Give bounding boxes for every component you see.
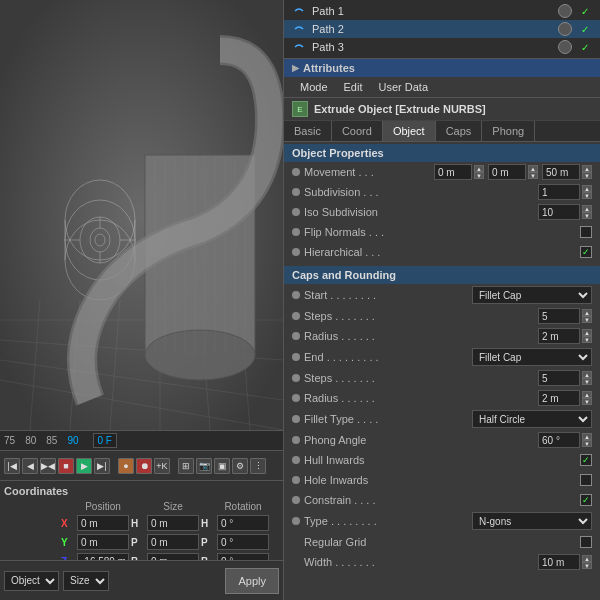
path-item-2[interactable]: Path 2 ✓ [284, 20, 600, 38]
iso-subdivision-spinner[interactable]: ▲▼ [582, 205, 592, 219]
play-fwd-btn[interactable]: ▶ [76, 458, 92, 474]
end-label: End . . . . . . . . . [304, 351, 472, 363]
hull-inwards-label: Hull Inwards [304, 454, 580, 466]
axis-x-label: X [61, 518, 75, 529]
movement-z-spinner[interactable]: ▲▼ [582, 165, 592, 179]
tab-caps[interactable]: Caps [436, 121, 483, 141]
frame-indicator: 0 F [93, 433, 117, 448]
play-back-btn[interactable]: ▶◀ [40, 458, 56, 474]
fillet-type-select[interactable]: Half Circle [472, 410, 592, 428]
icon-settings[interactable]: ⚙ [232, 458, 248, 474]
timeline[interactable]: 75 80 85 90 0 F [0, 430, 283, 450]
path-3-name: Path 3 [312, 41, 552, 53]
start-select[interactable]: Fillet Cap [472, 286, 592, 304]
radius1-input[interactable] [538, 328, 580, 344]
size-select[interactable]: Size [63, 571, 109, 591]
width-input[interactable] [538, 554, 580, 570]
path-2-check: ✓ [578, 22, 592, 36]
tab-phong[interactable]: Phong [482, 121, 535, 141]
menu-userdata[interactable]: User Data [371, 79, 437, 95]
attributes-title: Attributes [303, 62, 355, 74]
hierarchical-checkbox[interactable] [580, 246, 592, 258]
width-spinner[interactable]: ▲▼ [582, 555, 592, 569]
tab-object[interactable]: Object [383, 121, 436, 141]
record-btn[interactable]: ● [118, 458, 134, 474]
phong-angle-input[interactable] [538, 432, 580, 448]
steps1-spinner[interactable]: ▲▼ [582, 309, 592, 323]
next-frame-btn[interactable]: ▶| [94, 458, 110, 474]
position-x-input[interactable] [77, 515, 129, 531]
obj-props-title: Object Properties [292, 147, 384, 159]
rot-h-input[interactable] [217, 515, 269, 531]
icon-camera[interactable]: 📷 [196, 458, 212, 474]
steps2-input[interactable] [538, 370, 580, 386]
position-col-header: Position [77, 501, 129, 512]
object-select[interactable]: Object [4, 571, 59, 591]
path-1-vis[interactable] [558, 4, 572, 18]
iso-subdivision-input[interactable] [538, 204, 580, 220]
right-panel: Path 1 ✓ Path 2 ✓ Path 3 ✓ ▶ Attributes … [283, 0, 600, 600]
movement-y-spinner[interactable]: ▲▼ [528, 165, 538, 179]
movement-z-input[interactable] [542, 164, 580, 180]
steps2-spinner[interactable]: ▲▼ [582, 371, 592, 385]
type-select[interactable]: N-gons [472, 512, 592, 530]
radius2-spinner[interactable]: ▲▼ [582, 391, 592, 405]
position-y-input[interactable] [77, 534, 129, 550]
subdivision-spinner[interactable]: ▲▼ [582, 185, 592, 199]
menu-edit[interactable]: Edit [336, 79, 371, 95]
steps1-input[interactable] [538, 308, 580, 324]
type-dot [292, 517, 300, 525]
radius1-spinner[interactable]: ▲▼ [582, 329, 592, 343]
frame-75: 75 [4, 435, 15, 446]
path-2-icon [292, 22, 306, 36]
play-begin-btn[interactable]: |◀ [4, 458, 20, 474]
menu-mode[interactable]: Mode [292, 79, 336, 95]
frame-85: 85 [46, 435, 57, 446]
path-item-1[interactable]: Path 1 ✓ [284, 2, 600, 20]
end-select[interactable]: Fillet Cap [472, 348, 592, 366]
movement-value: ▲▼ ▲▼ ▲▼ [434, 164, 592, 180]
regular-grid-checkbox[interactable] [580, 536, 592, 548]
path-3-vis[interactable] [558, 40, 572, 54]
apply-button[interactable]: Apply [225, 568, 279, 594]
size-p-input[interactable] [147, 534, 199, 550]
subdivision-input[interactable] [538, 184, 580, 200]
path-2-vis[interactable] [558, 22, 572, 36]
icon-dots[interactable]: ⋮ [250, 458, 266, 474]
movement-x-input[interactable] [434, 164, 472, 180]
movement-y-input[interactable] [488, 164, 526, 180]
hole-inwards-checkbox[interactable] [580, 474, 592, 486]
hull-inwards-row: Hull Inwards [284, 450, 600, 470]
fillet-type-dot [292, 415, 300, 423]
rot-p-input[interactable] [217, 534, 269, 550]
end-dot [292, 353, 300, 361]
radius2-input[interactable] [538, 390, 580, 406]
stop-btn[interactable]: ■ [58, 458, 74, 474]
object-type-bar: E Extrude Object [Extrude NURBS] [284, 98, 600, 121]
constrain-row: Constrain . . . . [284, 490, 600, 510]
size-h-input[interactable] [147, 515, 199, 531]
radius2-row: Radius . . . . . . ▲▼ [284, 388, 600, 408]
3d-viewport[interactable] [0, 0, 283, 430]
add-key-btn[interactable]: +K [154, 458, 170, 474]
constrain-dot [292, 496, 300, 504]
hull-inwards-checkbox[interactable] [580, 454, 592, 466]
type-row: Type . . . . . . . . N-gons [284, 510, 600, 532]
path-1-check: ✓ [578, 4, 592, 18]
axis-p-label: P [131, 537, 145, 548]
property-tabs: Basic Coord Object Caps Phong [284, 121, 600, 142]
icon-grid[interactable]: ⊞ [178, 458, 194, 474]
hierarchical-dot [292, 248, 300, 256]
phong-angle-spinner[interactable]: ▲▼ [582, 433, 592, 447]
path-item-3[interactable]: Path 3 ✓ [284, 38, 600, 56]
icon-render[interactable]: ▣ [214, 458, 230, 474]
tab-basic[interactable]: Basic [284, 121, 332, 141]
constrain-checkbox[interactable] [580, 494, 592, 506]
tab-coord[interactable]: Coord [332, 121, 383, 141]
flip-normals-checkbox[interactable] [580, 226, 592, 238]
prev-frame-btn[interactable]: ◀ [22, 458, 38, 474]
size-col-header: Size [147, 501, 199, 512]
steps2-row: Steps . . . . . . . ▲▼ [284, 368, 600, 388]
movement-x-spinner[interactable]: ▲▼ [474, 165, 484, 179]
autokey-btn[interactable]: ⏺ [136, 458, 152, 474]
